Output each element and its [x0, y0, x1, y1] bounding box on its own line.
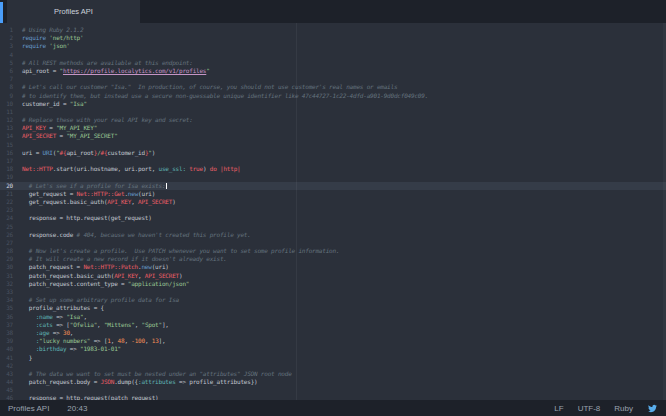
code-line[interactable]: 17 [0, 157, 666, 165]
code-line[interactable]: 44 patch_request.body = JSON.dump({:attr… [0, 378, 666, 386]
line-number: 18 [0, 165, 13, 173]
code-line[interactable]: 19 [0, 173, 666, 181]
code-line[interactable]: 40 :birthday => "1983-01-01" [0, 345, 666, 353]
status-cursor-position[interactable]: 20:43 [67, 404, 87, 413]
code-line[interactable]: 10customer_id = "Isa" [0, 100, 666, 108]
code-line[interactable]: 15 [0, 141, 666, 149]
code-line[interactable]: 25 [0, 223, 666, 231]
status-encoding[interactable]: UTF-8 [578, 404, 601, 413]
code-line[interactable]: 14API_SECRET = "MY_API_SECRET" [0, 132, 666, 140]
code-line[interactable]: 22 get_request.basic_auth(API_KEY, API_S… [0, 198, 666, 206]
code-text [22, 75, 666, 83]
line-number: 30 [0, 263, 13, 271]
code-line[interactable]: 27 [0, 239, 666, 247]
line-number: 26 [0, 231, 13, 239]
code-line[interactable]: 13API_KEY = "MY_API_KEY" [0, 124, 666, 132]
line-number: 32 [0, 280, 13, 288]
code-line[interactable]: 24 response = http.request(get_request) [0, 214, 666, 222]
code-line[interactable]: 2require 'net/http' [0, 34, 666, 42]
code-line[interactable]: 5# All REST methods are available at thi… [0, 59, 666, 67]
code-line[interactable]: 20 # Let's see if a profile for Isa exis… [0, 182, 666, 190]
code-line[interactable]: 32 patch_request.content_type = "applica… [0, 280, 666, 288]
line-number: 35 [0, 304, 13, 312]
code-text: response.code # 404, because we haven't … [22, 231, 666, 239]
code-line[interactable]: 4 [0, 51, 666, 59]
code-line[interactable]: 3require 'json' [0, 42, 666, 50]
code-text: # to identify them, but instead use a se… [22, 92, 666, 100]
code-line[interactable]: 9# to identify them, but instead use a s… [0, 92, 666, 100]
code-line[interactable]: 41 } [0, 354, 666, 362]
code-line[interactable]: 11 [0, 108, 666, 116]
code-line[interactable]: 30 patch_request = Net::HTTP::Patch.new(… [0, 263, 666, 271]
code-text: patch_request = Net::HTTP::Patch.new(uri… [22, 263, 666, 271]
code-line[interactable]: 6api_root = "https://profile.localytics.… [0, 67, 666, 75]
code-line[interactable]: 29 # It will create a new record if it d… [0, 255, 666, 263]
code-text [22, 173, 666, 181]
line-number: 24 [0, 214, 13, 222]
code-text: customer_id = "Isa" [22, 100, 666, 108]
code-line[interactable]: 43 # The data we want to set must be nes… [0, 370, 666, 378]
line-number: 11 [0, 108, 13, 116]
line-number: 33 [0, 288, 13, 296]
line-number: 17 [0, 157, 13, 165]
line-number: 45 [0, 386, 13, 394]
line-number: 7 [0, 75, 13, 83]
code-line[interactable]: 37 :cats => ["Ofelia", "Mittens", "Spot"… [0, 321, 666, 329]
code-line[interactable]: 16uri = URI("#{api_root}/#{customer_id}"… [0, 149, 666, 157]
code-line[interactable]: 31 patch_request.basic_auth(API_KEY, API… [0, 272, 666, 280]
code-line[interactable]: 34 # Set up some arbitrary profile data … [0, 296, 666, 304]
line-number: 14 [0, 132, 13, 140]
status-line-ending[interactable]: LF [554, 404, 563, 413]
code-line[interactable]: 7 [0, 75, 666, 83]
code-text: require 'json' [22, 42, 666, 50]
code-editor[interactable]: 1# Using Ruby 2.1.22require 'net/http'3r… [0, 23, 666, 400]
twitter-bird-icon[interactable] [647, 404, 658, 413]
code-text: :birthday => "1983-01-01" [22, 345, 666, 353]
line-number: 5 [0, 59, 13, 67]
line-number: 43 [0, 370, 13, 378]
code-line[interactable]: 26 response.code # 404, because we haven… [0, 231, 666, 239]
code-text: :name => "Isa", [22, 313, 666, 321]
code-line[interactable]: 28 # Now let's create a profile. Use PAT… [0, 247, 666, 255]
line-number: 21 [0, 190, 13, 198]
code-line[interactable]: 1# Using Ruby 2.1.2 [0, 26, 666, 34]
code-text: :"lucky numbers" => [1, 48, -100, 13], [22, 337, 666, 345]
code-text: # Let's call our customer "Isa." In prod… [22, 83, 666, 91]
code-line[interactable]: 39 :"lucky numbers" => [1, 48, -100, 13]… [0, 337, 666, 345]
line-number: 29 [0, 255, 13, 263]
code-line[interactable]: 35 profile_attributes = { [0, 304, 666, 312]
line-number: 34 [0, 296, 13, 304]
line-number: 3 [0, 42, 13, 50]
code-text: # Set up some arbitrary profile data for… [22, 296, 666, 304]
code-line[interactable]: 12# Replace these with your real API key… [0, 116, 666, 124]
code-line[interactable]: 36 :name => "Isa", [0, 313, 666, 321]
tab-profiles-api[interactable]: Profiles API [7, 0, 140, 23]
code-text: # Now let's create a profile. Use PATCH … [22, 247, 666, 255]
code-line[interactable]: 45 [0, 386, 666, 394]
line-number: 8 [0, 83, 13, 91]
code-line[interactable]: 21 get_request = Net::HTTP::Get.new(uri) [0, 190, 666, 198]
text-cursor [166, 183, 167, 190]
code-text: } [22, 354, 666, 362]
code-text: # All REST methods are available at this… [22, 59, 666, 67]
code-line[interactable]: 23 [0, 206, 666, 214]
code-text [22, 51, 666, 59]
code-line[interactable]: 8# Let's call our customer "Isa." In pro… [0, 83, 666, 91]
code-text: # Let's see if a profile for Isa exists: [22, 182, 666, 190]
code-line[interactable]: 42 [0, 362, 666, 370]
status-language[interactable]: Ruby [614, 404, 633, 413]
line-number: 19 [0, 173, 13, 181]
line-number: 9 [0, 92, 13, 100]
code-text: api_root = "https://profile.localytics.c… [22, 67, 666, 75]
code-text [22, 362, 666, 370]
code-text: # The data we want to set must be nested… [22, 370, 666, 378]
code-text [22, 141, 666, 149]
code-line[interactable]: 18Net::HTTP.start(uri.hostname, uri.port… [0, 165, 666, 173]
line-number: 40 [0, 345, 13, 353]
line-number: 1 [0, 26, 13, 34]
code-line[interactable]: 33 [0, 288, 666, 296]
code-text: get_request = Net::HTTP::Get.new(uri) [22, 190, 666, 198]
code-text [22, 206, 666, 214]
code-text: # Using Ruby 2.1.2 [22, 26, 666, 34]
code-line[interactable]: 38 :age => 30, [0, 329, 666, 337]
